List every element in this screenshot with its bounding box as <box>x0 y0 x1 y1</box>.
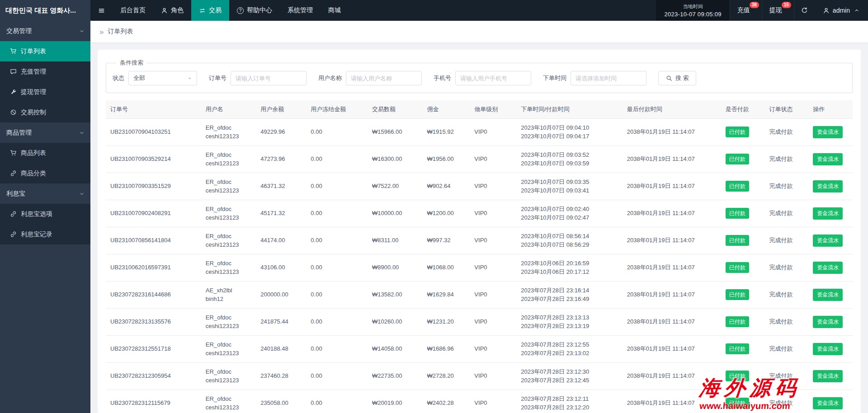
cell-balance: 45171.32 <box>256 200 306 227</box>
nav-item-mall[interactable]: 商城 <box>321 0 349 21</box>
admin-menu[interactable]: admin <box>815 0 868 21</box>
cell-frozen: 0.00 <box>306 254 368 281</box>
cell-last-pay-time: 2038年01月19日 11:14:07 <box>623 200 721 227</box>
cell-action: 资金流水 <box>808 362 853 390</box>
order-no-input[interactable] <box>231 71 307 85</box>
paid-badge: 已付款 <box>726 127 749 137</box>
cell-last-pay-time: 2038年01月19日 11:14:07 <box>623 308 721 335</box>
fund-flow-button[interactable]: 资金流水 <box>813 370 843 382</box>
cell-order-no: UB2310070902408291 <box>106 200 201 227</box>
fund-flow-button[interactable]: 资金流水 <box>813 262 843 274</box>
cell-action: 资金流水 <box>808 308 853 335</box>
cell-level: VIP0 <box>470 335 516 362</box>
fund-flow-button[interactable]: 资金流水 <box>813 343 843 355</box>
cell-frozen: 0.00 <box>306 200 368 227</box>
hamburger-button[interactable] <box>90 0 113 21</box>
link-icon <box>10 211 17 217</box>
orders-card: 条件搜索 状态 全部 订单号 <box>98 50 861 413</box>
sidebar-item-interest-treasure[interactable]: 利息宝 <box>0 183 90 204</box>
cell-order-no: UB2307282312551718 <box>106 335 201 362</box>
cell-order-no: UB2307282313135576 <box>106 308 201 335</box>
cell-paid: 已付款 <box>721 362 765 390</box>
sidebar-item-label: 订单列表 <box>21 47 46 56</box>
cell-order-no: UB2307282316144686 <box>106 281 201 308</box>
col-level: 做单级别 <box>470 100 516 118</box>
cell-username: ER_ofdoc ceshi123123 <box>201 227 256 254</box>
cell-last-pay-time: 2038年01月19日 11:14:07 <box>623 390 721 413</box>
sidebar-item-interest-records[interactable]: 利息宝记录 <box>0 224 90 244</box>
sidebar-item-recharge-management[interactable]: 充值管理 <box>0 61 90 82</box>
phone-input[interactable] <box>455 71 531 85</box>
col-balance: 用户余额 <box>256 100 306 118</box>
cell-paid: 已付款 <box>721 335 765 362</box>
col-action: 操作 <box>808 100 853 118</box>
sidebar-item-interest-options[interactable]: 利息宝选项 <box>0 204 90 224</box>
cell-order-pay-time: 2023年10月07日 09:03:35 2023年10月07日 09:03:4… <box>516 173 623 200</box>
cell-status: 完成付款 <box>764 118 808 145</box>
fund-flow-button[interactable]: 资金流水 <box>813 207 843 220</box>
cell-order-pay-time: 2023年07月28日 23:12:30 2023年07月28日 23:12:4… <box>516 362 623 390</box>
refresh-button[interactable] <box>794 0 815 21</box>
fund-flow-button[interactable]: 资金流水 <box>813 126 843 138</box>
orders-table: 订单号 用户名 用户余额 用户冻结金额 交易数额 佣金 做单级别 下单时间/付款… <box>106 100 853 413</box>
nav-item-help[interactable]: ? 帮助中心 <box>229 0 280 21</box>
cell-level: VIP0 <box>470 145 516 173</box>
nav-label: 帮助中心 <box>247 6 272 14</box>
cell-last-pay-time: 2038年01月19日 11:14:07 <box>623 335 721 362</box>
cell-action: 资金流水 <box>808 173 853 200</box>
order-time-filter: 下单时间 <box>543 71 646 85</box>
cell-order-pay-time: 2023年07月28日 23:16:14 2023年07月28日 23:16:4… <box>516 281 623 308</box>
fund-flow-button[interactable]: 资金流水 <box>813 235 843 247</box>
sidebar-item-product-list[interactable]: 商品列表 <box>0 143 90 163</box>
search-button[interactable]: 搜 索 <box>658 71 696 85</box>
recharge-button[interactable]: 充值 38 <box>730 0 762 21</box>
fund-flow-button[interactable]: 资金流水 <box>813 316 843 328</box>
sidebar-item-product-management[interactable]: 商品管理 <box>0 122 90 143</box>
withdraw-button[interactable]: 提现 15 <box>762 0 794 21</box>
cell-status: 完成付款 <box>764 281 808 308</box>
main-content: » 订单列表 条件搜索 状态 全部 <box>90 21 868 413</box>
cell-commission: ₩997.32 <box>422 227 470 254</box>
fund-flow-button[interactable]: 资金流水 <box>813 153 843 165</box>
username-label: 用户名称 <box>318 74 342 82</box>
cell-order-pay-time: 2023年10月07日 09:02:40 2023年10月07日 09:02:4… <box>516 200 623 227</box>
refresh-icon <box>801 7 808 14</box>
col-order-no: 订单号 <box>106 100 201 118</box>
order-time-input[interactable] <box>571 71 646 85</box>
fund-flow-button[interactable]: 资金流水 <box>813 289 843 301</box>
sidebar-item-trade-management[interactable]: 交易管理 <box>0 21 90 41</box>
cell-commission: ₩1915.92 <box>422 118 470 145</box>
sidebar-item-label: 交易控制 <box>21 108 46 117</box>
cell-paid: 已付款 <box>721 281 765 308</box>
cell-amount: ₩13582.00 <box>368 281 422 308</box>
withdraw-count-badge: 15 <box>782 2 791 8</box>
paid-badge: 已付款 <box>726 289 749 300</box>
nav-item-dashboard[interactable]: 后台首页 <box>113 0 153 21</box>
fund-flow-button[interactable]: 资金流水 <box>813 397 843 409</box>
help-icon: ? <box>237 7 244 14</box>
sidebar-item-order-list[interactable]: 订单列表 <box>0 41 90 61</box>
nav-item-roles[interactable]: 角色 <box>153 0 191 21</box>
cell-amount: ₩15966.00 <box>368 118 422 145</box>
nav-item-system[interactable]: 系统管理 <box>280 0 321 21</box>
sidebar-item-product-category[interactable]: 商品分类 <box>0 163 90 183</box>
sidebar-item-withdraw-management[interactable]: 提现管理 <box>0 82 90 102</box>
cell-action: 资金流水 <box>808 390 853 413</box>
username-input[interactable] <box>346 71 422 85</box>
cell-order-no: UB2310070904103251 <box>106 118 201 145</box>
sidebar-item-label: 利息宝记录 <box>21 230 52 239</box>
order-time-label: 下单时间 <box>543 74 566 82</box>
cell-balance: 47273.96 <box>256 145 306 173</box>
col-last-pay-time: 最后付款时间 <box>623 100 721 118</box>
cell-username: ER_ofdoc ceshi123123 <box>201 390 256 413</box>
status-select[interactable]: 全部 <box>128 71 197 85</box>
cell-action: 资金流水 <box>808 254 853 281</box>
fund-flow-button[interactable]: 资金流水 <box>813 180 843 192</box>
cell-last-pay-time: 2038年01月19日 11:14:07 <box>623 118 721 145</box>
sidebar-item-trade-control[interactable]: 交易控制 <box>0 102 90 122</box>
sidebar-item-label: 商品列表 <box>21 149 46 157</box>
search-legend: 条件搜索 <box>116 59 147 67</box>
paid-badge: 已付款 <box>726 343 749 354</box>
phone-filter: 手机号 <box>434 71 531 85</box>
nav-item-trade[interactable]: 交易 <box>191 0 229 21</box>
